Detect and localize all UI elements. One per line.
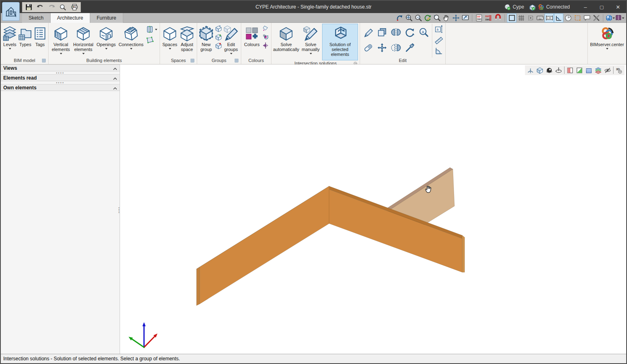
- ribbon-small-button-fill-colour[interactable]: [262, 24, 269, 32]
- chevron-up-icon[interactable]: [113, 74, 117, 82]
- work-plane-green-button[interactable]: [575, 66, 584, 75]
- tab-architecture[interactable]: Architecture: [51, 13, 90, 23]
- right-wall-end-cap[interactable]: [462, 235, 465, 272]
- ortho-angle-button[interactable]: [554, 13, 563, 22]
- ribbon-small-button-text-edit[interactable]: a: [434, 24, 444, 34]
- ribbon-button-edit-groups[interactable]: Edit groups: [223, 24, 239, 58]
- dxf-import-button[interactable]: DXFDWG: [474, 13, 484, 22]
- ribbon-button-spaces[interactable]: Spaces: [162, 24, 178, 58]
- ribbon-small-button-copy[interactable]: [376, 27, 388, 38]
- left-wall-end-cap[interactable]: [196, 267, 200, 305]
- ribbon-small-button-group-add[interactable]: [214, 33, 222, 41]
- ribbon-small-button-move[interactable]: [376, 42, 388, 53]
- ribbon-small-button-group-remove[interactable]: [214, 42, 222, 49]
- ribbon-small-button-mirror[interactable]: [390, 27, 402, 38]
- ribbon-small-button-group-new-star[interactable]: *: [214, 24, 222, 32]
- move-view-button[interactable]: [451, 13, 460, 22]
- zoom-x2-button[interactable]: ×2: [414, 13, 423, 22]
- drawing-frame-button[interactable]: [507, 13, 516, 22]
- layers-button[interactable]: [594, 66, 603, 75]
- ribbon-small-button-angle-measure[interactable]: [434, 46, 444, 55]
- protractor-button[interactable]: [563, 13, 573, 22]
- titlebar-status-item[interactable]: Connected: [538, 4, 572, 11]
- app-logo-icon[interactable]: [2, 2, 20, 21]
- iso-cube-button[interactable]: [535, 66, 545, 75]
- dimension-100-button[interactable]: 1.00: [545, 13, 554, 22]
- dxf-layers-button[interactable]: DXFDWG: [484, 13, 493, 22]
- ribbon-button-levels[interactable]: Levels: [2, 24, 17, 58]
- ribbon-small-button-picker[interactable]: [404, 42, 416, 53]
- redraw-button[interactable]: [423, 13, 432, 22]
- forced-cursor-button[interactable]: [526, 13, 535, 22]
- undo-button[interactable]: [36, 3, 44, 11]
- close-icon[interactable]: ✕: [610, 1, 626, 13]
- grid-button[interactable]: [516, 13, 526, 22]
- ribbon-small-button-mirror-copy[interactable]: [390, 42, 402, 53]
- tab-furniture[interactable]: Furniture: [90, 13, 123, 23]
- print-button[interactable]: [70, 3, 79, 11]
- comment-button[interactable]: [582, 13, 591, 22]
- ribbon-button-adjust-space[interactable]: Adjust space: [179, 24, 195, 58]
- globe-button[interactable]: [605, 13, 615, 22]
- grid-config-icon[interactable]: [42, 58, 46, 64]
- tools-cross-button[interactable]: [591, 13, 601, 22]
- axes-3d-button[interactable]: [526, 66, 535, 75]
- ribbon-small-button-flip-colours[interactable]: [262, 42, 269, 49]
- snap-magnet-button[interactable]: [493, 13, 502, 22]
- help-book-button[interactable]: [615, 13, 624, 22]
- selection-window-button[interactable]: [573, 13, 582, 22]
- titlebar-status-item[interactable]: [529, 4, 536, 11]
- ribbon-small-button-polygon-sketch[interactable]: [145, 35, 158, 45]
- panel-splitter[interactable]: ••••: [1, 81, 120, 84]
- ribbon-small-button-partition[interactable]: [145, 24, 158, 34]
- ribbon-button-horizontal-elements[interactable]: Horizontal elements: [72, 24, 94, 58]
- zoom-window-button[interactable]: [432, 13, 442, 22]
- ribbon-button-vertical-elements[interactable]: Vertical elements: [50, 24, 71, 58]
- minimize-icon[interactable]: –: [577, 1, 594, 13]
- ribbon-small-button-rotate[interactable]: [404, 27, 416, 38]
- ribbon-button-new-group[interactable]: New group: [199, 24, 213, 58]
- maximize-icon[interactable]: ▢: [594, 1, 610, 13]
- ribbon-button-connections[interactable]: Connections: [118, 24, 144, 58]
- ribbon-small-button-measure[interactable]: [434, 35, 444, 45]
- chevron-up-icon[interactable]: [113, 64, 117, 72]
- ribbon-button-tags[interactable]: Tags: [33, 24, 47, 58]
- search-button[interactable]: [58, 3, 67, 11]
- ribbon-small-button-find[interactable]: a: [418, 27, 429, 38]
- left-wall-front-face[interactable]: [200, 186, 329, 304]
- viewport-3d[interactable]: 3D: [120, 64, 626, 354]
- grid-config-icon[interactable]: [234, 58, 239, 64]
- hide-eye-button[interactable]: [603, 66, 612, 75]
- ribbon-button-colours[interactable]: Colours: [243, 24, 261, 58]
- redo-button[interactable]: [47, 3, 56, 11]
- keyboard-coords-button[interactable]: [535, 13, 545, 22]
- ribbon-button-solve-auto[interactable]: Solve automatically: [273, 24, 299, 60]
- full-screen-button[interactable]: [460, 13, 470, 22]
- ribbon-small-button-swap-colours[interactable]: [262, 33, 269, 41]
- ribbon-button-solve-manual[interactable]: Solve manually: [300, 24, 321, 60]
- gear-3d-button[interactable]: 3D: [614, 66, 624, 75]
- panel-splitter[interactable]: ••••: [1, 71, 120, 74]
- ribbon-small-button-erase[interactable]: [362, 42, 374, 53]
- zoom-extents-button[interactable]: [404, 13, 414, 22]
- ribbon-button-solution-selected[interactable]: Solution of selected elements: [322, 24, 358, 60]
- titlebar-status-item[interactable]: Cype: [504, 4, 527, 11]
- turntable-button[interactable]: [554, 66, 563, 75]
- panel-section-elements-read[interactable]: Elements read: [1, 74, 120, 81]
- section-plane-red-button[interactable]: [565, 66, 575, 75]
- clip-plane-blue-button[interactable]: [584, 66, 594, 75]
- chevron-up-icon[interactable]: [113, 84, 117, 91]
- orbit-eye-button[interactable]: [545, 66, 554, 75]
- ribbon-button-bimserver[interactable]: BIMserver.center: [589, 24, 625, 58]
- panel-section-own-elements[interactable]: Own elements: [1, 84, 120, 91]
- ribbon-button-types[interactable]: Types: [18, 24, 33, 58]
- ribbon-button-openings[interactable]: Openings: [95, 24, 117, 58]
- save-button[interactable]: [24, 3, 33, 11]
- pan-hand-button[interactable]: [442, 13, 451, 22]
- grid-config-icon[interactable]: [190, 58, 195, 64]
- ribbon-small-button-edit-pencil[interactable]: [362, 27, 374, 38]
- panel-splitter-handle[interactable]: ••••: [118, 207, 120, 213]
- tab-sketch[interactable]: Sketch: [22, 13, 51, 23]
- view-undo-button[interactable]: [395, 13, 404, 22]
- panel-section-views[interactable]: Views: [1, 64, 120, 71]
